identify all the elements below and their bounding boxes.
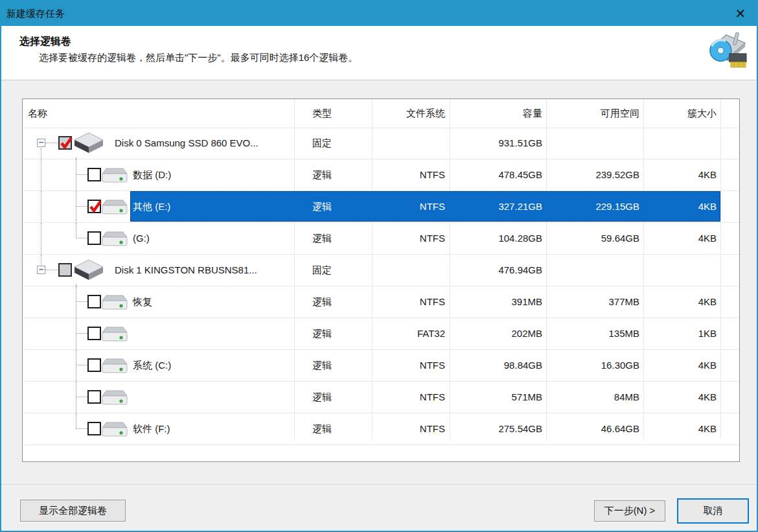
table-row[interactable]: 软件 (F:)逻辑NTFS275.54GB46.64GB4KB (23, 413, 739, 445)
tree-line (76, 318, 76, 349)
volume-checkbox[interactable] (87, 327, 101, 340)
table-row[interactable]: 系统 (C:)逻辑NTFS98.84GB16.30GB4KB (23, 350, 739, 382)
column-header-free[interactable]: 可用空间 (550, 99, 639, 128)
volume-name: 系统 (C:) (133, 350, 171, 381)
tree-line (76, 397, 87, 397)
disk-checkbox[interactable] (58, 136, 72, 150)
volume-checkbox[interactable] (87, 231, 101, 245)
table-row[interactable]: 其他 (E:)逻辑NTFS327.21GB229.15GB4KB (23, 191, 739, 223)
tree-line (76, 284, 76, 286)
tree-line (76, 333, 87, 334)
cell-type: 固定 (312, 255, 332, 286)
table-row[interactable]: 数据 (D:)逻辑NTFS478.45GB239.52GB4KB (23, 159, 739, 191)
table-row[interactable]: 逻辑FAT32202MB135MB1KB (23, 318, 739, 350)
disk-name: Disk 1 KINGSTON RBUSNS81... (115, 255, 257, 286)
cell-free-space: 377MB (550, 286, 639, 318)
volume-name: 数据 (D:) (133, 159, 171, 191)
cell-capacity: 98.84GB (454, 350, 542, 381)
cell-type: 逻辑 (312, 350, 332, 381)
cell-filesystem (376, 255, 445, 286)
volume-icon (102, 389, 128, 409)
tree-expander[interactable]: − (37, 139, 45, 147)
wizard-header: 选择逻辑卷 选择要被缓存的逻辑卷，然后单击"下一步"。最多可同时选择16个逻辑卷… (1, 26, 757, 80)
tree-expander[interactable]: − (37, 266, 45, 274)
tree-line (76, 191, 76, 222)
tree-line (45, 270, 58, 270)
cell-free-space (550, 255, 639, 286)
cell-filesystem: NTFS (376, 223, 445, 254)
volume-checkbox[interactable] (87, 358, 101, 372)
cell-filesystem: NTFS (376, 382, 445, 413)
cell-free-space: 84MB (550, 382, 639, 413)
page-title: 选择逻辑卷 (19, 35, 71, 49)
cache-wizard-icon (707, 31, 748, 71)
cell-free-space: 239.52GB (550, 159, 639, 191)
cell-capacity: 202MB (454, 318, 542, 349)
tree-line (76, 159, 76, 191)
disk-icon (74, 132, 104, 156)
cell-filesystem: FAT32 (376, 318, 445, 349)
tree-line (41, 223, 41, 254)
cell-filesystem: NTFS (376, 191, 445, 222)
tree-line (76, 174, 87, 175)
volume-checkbox[interactable] (87, 168, 101, 181)
cell-capacity: 478.45GB (454, 159, 542, 191)
cell-free-space: 229.15GB (550, 191, 639, 222)
column-header-type[interactable]: 类型 (312, 99, 332, 128)
volume-icon (102, 198, 128, 218)
cell-type: 逻辑 (312, 286, 332, 318)
column-header-name[interactable]: 名称 (28, 99, 47, 128)
disk-checkbox[interactable] (58, 263, 72, 277)
table-row[interactable]: −Disk 0 Samsung SSD 860 EVO...固定931.51GB (23, 128, 739, 159)
volume-name: 其他 (E:) (133, 191, 170, 222)
cell-cluster-size: 4KB (647, 159, 717, 191)
column-header-cluster[interactable]: 簇大小 (647, 99, 717, 128)
dialog-window: 新建缓存任务 ✕ 选择逻辑卷 选择要被缓存的逻辑卷，然后单击"下一步"。最多可同… (0, 0, 758, 532)
disk-icon (74, 259, 104, 283)
next-button[interactable]: 下一步(N) > (594, 500, 665, 522)
cell-cluster-size (647, 128, 717, 159)
cell-capacity: 391MB (454, 286, 542, 318)
tree-line (76, 428, 87, 429)
volume-name: 软件 (F:) (133, 413, 170, 445)
cell-type: 逻辑 (312, 318, 332, 349)
volume-icon (102, 357, 128, 377)
table-header: 名称 类型 文件系统 容量 可用空间 簇大小 (23, 99, 739, 128)
volume-icon (102, 294, 128, 314)
show-all-volumes-button[interactable]: 显示全部逻辑卷 (20, 500, 126, 522)
cell-cluster-size: 4KB (647, 413, 717, 445)
tree-line (41, 191, 41, 222)
cell-type: 逻辑 (312, 191, 332, 222)
close-icon[interactable]: ✕ (729, 3, 752, 24)
volume-icon (102, 167, 128, 187)
table-row[interactable]: 逻辑NTFS571MB84MB4KB (23, 382, 739, 413)
cell-type: 逻辑 (312, 413, 332, 445)
cell-filesystem: NTFS (376, 286, 445, 318)
cell-type: 逻辑 (312, 223, 332, 254)
title-bar: 新建缓存任务 ✕ (1, 1, 757, 26)
table-row[interactable]: (G:)逻辑NTFS104.28GB59.64GB4KB (23, 223, 739, 255)
volume-icon (102, 421, 128, 441)
tree-line (76, 206, 87, 207)
cancel-button[interactable]: 取消 (677, 498, 749, 524)
cell-cluster-size: 4KB (647, 223, 717, 254)
cell-type: 逻辑 (312, 159, 332, 191)
volume-checkbox[interactable] (87, 422, 101, 435)
tree-line (45, 143, 58, 143)
cell-cluster-size: 4KB (647, 286, 717, 318)
table-row[interactable]: −Disk 1 KINGSTON RBUSNS81...固定476.94GB (23, 255, 739, 286)
table-row[interactable]: 恢复逻辑NTFS391MB377MB4KB (23, 286, 739, 318)
cell-capacity: 476.94GB (454, 255, 542, 286)
cell-free-space: 135MB (550, 318, 639, 349)
volume-checkbox[interactable] (87, 390, 101, 404)
tree-line (41, 255, 41, 265)
volume-checkbox[interactable] (87, 200, 101, 213)
cell-filesystem (376, 128, 445, 159)
cell-cluster-size (647, 255, 717, 286)
volume-checkbox[interactable] (87, 295, 101, 308)
column-header-capacity[interactable]: 容量 (454, 99, 542, 128)
column-header-filesystem[interactable]: 文件系统 (376, 99, 445, 128)
tree-line (76, 365, 87, 365)
volume-name: 恢复 (133, 286, 152, 318)
tree-line (76, 301, 87, 302)
